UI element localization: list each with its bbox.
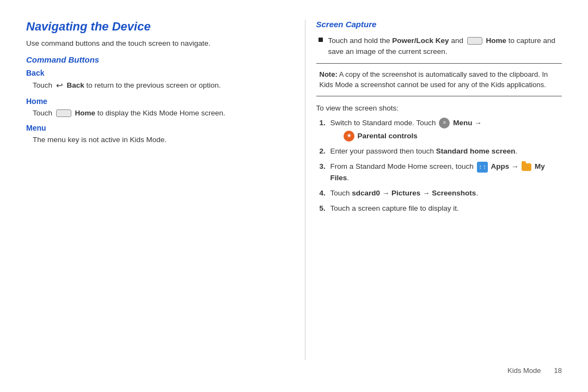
screen-capture-bullet: Touch and hold the Power/Lock Key and Ho…: [316, 35, 562, 58]
item-4-text: Touch sdcard0 → Pictures → Screenshots.: [330, 188, 562, 199]
left-column: Navigating the Device Use command button…: [26, 20, 283, 360]
standard-home-bold: Standard home screen: [436, 147, 516, 155]
power-lock-bold: Power/Lock Key: [392, 36, 449, 45]
back-icon: ↩: [56, 81, 63, 90]
back-text-bold: Back: [67, 81, 84, 89]
home-bold: Home: [486, 36, 506, 45]
num-2: 2.: [320, 146, 330, 157]
num-5: 5.: [320, 203, 330, 214]
list-item-4: 4. Touch sdcard0 → Pictures → Screenshot…: [320, 188, 562, 199]
folder-icon: [522, 163, 531, 171]
home-text-suffix: to display the Kids Mode Home screen.: [97, 109, 225, 117]
num-3: 3.: [320, 161, 330, 172]
home-button-icon-2: [467, 37, 482, 45]
intro-text: Use command buttons and the touch screen…: [26, 39, 272, 47]
numbered-list: 1. Switch to Standard mode. Touch ≡ Menu…: [316, 118, 562, 215]
num-4: 4.: [320, 188, 330, 199]
page-title: Navigating the Device: [26, 20, 272, 34]
page: Navigating the Device Use command button…: [0, 0, 588, 392]
item-3-text: From a Standard Mode Home screen, touch …: [330, 161, 562, 183]
menu-circle-icon: ≡: [439, 118, 450, 128]
my-files-bold: My Files: [330, 162, 545, 181]
back-text-suffix: to return to the previous screen or opti…: [87, 81, 221, 89]
right-column: Screen Capture Touch and hold the Power/…: [305, 20, 562, 360]
command-buttons-heading: Command Buttons: [26, 55, 272, 64]
home-description: Touch Home to display the Kids Mode Home…: [26, 109, 272, 117]
list-item-5: 5. Touch a screen capture file to displa…: [320, 203, 562, 214]
bullet-content: Touch and hold the Power/Lock Key and Ho…: [328, 35, 562, 58]
list-item-2: 2. Enter your password then touch Standa…: [320, 146, 562, 157]
home-heading: Home: [26, 97, 272, 106]
back-description: Touch ↩ Back to return to the previous s…: [26, 81, 272, 90]
back-heading: Back: [26, 69, 272, 77]
sdcard-path-bold: sdcard0 → Pictures → Screenshots: [352, 189, 476, 197]
item-5-text: Touch a screen capture file to display i…: [330, 203, 562, 214]
bullet-icon: [318, 38, 323, 42]
footer-page-number: 18: [554, 366, 562, 375]
home-button-icon: [56, 109, 71, 117]
parental-controls-bold: Parental controls: [358, 131, 418, 142]
screen-capture-heading: Screen Capture: [316, 20, 562, 29]
note-text: A copy of the screenshot is automaticall…: [320, 70, 548, 89]
num-1: 1.: [320, 118, 330, 128]
menu-heading: Menu: [26, 124, 272, 132]
back-text-prefix: Touch: [33, 81, 52, 89]
footer-label: Kids Mode: [507, 366, 541, 375]
apps-grid-icon: ⋮⋮: [477, 162, 488, 173]
parental-sub: ★ Parental controls: [330, 131, 562, 142]
parental-icon: ★: [344, 131, 354, 142]
menu-description: The menu key is not active in Kids Mode.: [26, 136, 272, 144]
list-item-1: 1. Switch to Standard mode. Touch ≡ Menu…: [320, 118, 562, 142]
item-2-text: Enter your password then touch Standard …: [330, 146, 562, 157]
menu-bold: Menu: [453, 119, 472, 127]
columns: Navigating the Device Use command button…: [26, 20, 562, 360]
apps-bold: Apps: [491, 162, 509, 170]
view-shots-text: To view the screen shots:: [316, 104, 562, 112]
home-text-bold: Home: [75, 109, 96, 117]
note-label: Note:: [320, 70, 338, 78]
home-text-prefix: Touch: [33, 109, 52, 117]
item-1-text: Switch to Standard mode. Touch ≡ Menu → …: [330, 118, 562, 142]
note-box: Note: A copy of the screenshot is automa…: [316, 63, 562, 96]
list-item-3: 3. From a Standard Mode Home screen, tou…: [320, 161, 562, 183]
footer: Kids Mode 18: [26, 366, 562, 375]
